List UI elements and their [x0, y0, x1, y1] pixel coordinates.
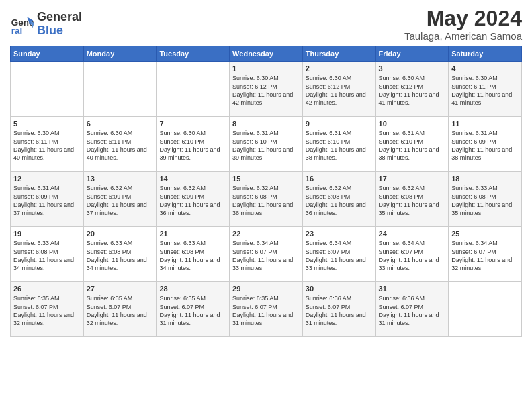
month-title: May 2024	[404, 7, 522, 30]
calendar-cell: 29Sunrise: 6:35 AMSunset: 6:07 PMDayligh…	[230, 282, 303, 337]
day-info: Sunrise: 6:32 AMSunset: 6:09 PMDaylight:…	[159, 184, 226, 217]
week-row-3: 12Sunrise: 6:31 AMSunset: 6:09 PMDayligh…	[11, 172, 522, 227]
calendar-cell: 4Sunrise: 6:30 AMSunset: 6:11 PMDaylight…	[449, 62, 522, 117]
day-info: Sunrise: 6:35 AMSunset: 6:07 PMDaylight:…	[159, 294, 226, 327]
calendar-cell: 15Sunrise: 6:32 AMSunset: 6:08 PMDayligh…	[230, 172, 303, 227]
day-info: Sunrise: 6:30 AMSunset: 6:10 PMDaylight:…	[159, 129, 226, 162]
location: Taulaga, American Samoa	[404, 30, 522, 42]
day-number: 30	[306, 284, 373, 293]
day-number: 9	[306, 119, 373, 128]
calendar-cell: 21Sunrise: 6:33 AMSunset: 6:08 PMDayligh…	[157, 227, 230, 282]
calendar-cell: 16Sunrise: 6:32 AMSunset: 6:08 PMDayligh…	[302, 172, 375, 227]
week-row-2: 5Sunrise: 6:30 AMSunset: 6:11 PMDaylight…	[11, 117, 522, 172]
calendar-cell: 12Sunrise: 6:31 AMSunset: 6:09 PMDayligh…	[11, 172, 84, 227]
day-number: 13	[87, 174, 154, 183]
calendar-cell	[449, 282, 522, 337]
day-number: 10	[379, 119, 446, 128]
calendar-cell: 26Sunrise: 6:35 AMSunset: 6:07 PMDayligh…	[11, 282, 84, 337]
weekday-header-wednesday: Wednesday	[230, 46, 303, 62]
day-info: Sunrise: 6:31 AMSunset: 6:09 PMDaylight:…	[451, 129, 519, 162]
calendar-cell: 8Sunrise: 6:31 AMSunset: 6:10 PMDaylight…	[230, 117, 303, 172]
calendar-cell: 3Sunrise: 6:30 AMSunset: 6:12 PMDaylight…	[375, 62, 449, 117]
calendar-cell	[157, 62, 230, 117]
calendar-table: SundayMondayTuesdayWednesdayThursdayFrid…	[10, 46, 522, 337]
day-number: 2	[306, 64, 373, 73]
weekday-header-sunday: Sunday	[11, 46, 84, 62]
calendar-cell: 28Sunrise: 6:35 AMSunset: 6:07 PMDayligh…	[157, 282, 230, 337]
day-number: 17	[379, 174, 446, 183]
calendar-cell: 9Sunrise: 6:31 AMSunset: 6:10 PMDaylight…	[302, 117, 375, 172]
day-info: Sunrise: 6:30 AMSunset: 6:11 PMDaylight:…	[451, 74, 519, 107]
day-info: Sunrise: 6:33 AMSunset: 6:08 PMDaylight:…	[87, 239, 154, 272]
day-info: Sunrise: 6:33 AMSunset: 6:08 PMDaylight:…	[451, 184, 519, 217]
weekday-header-friday: Friday	[375, 46, 449, 62]
day-info: Sunrise: 6:34 AMSunset: 6:07 PMDaylight:…	[306, 239, 373, 272]
day-number: 28	[159, 284, 226, 293]
day-number: 4	[451, 64, 519, 73]
calendar-cell: 20Sunrise: 6:33 AMSunset: 6:08 PMDayligh…	[83, 227, 157, 282]
day-info: Sunrise: 6:30 AMSunset: 6:12 PMDaylight:…	[306, 74, 373, 107]
calendar-cell: 19Sunrise: 6:33 AMSunset: 6:08 PMDayligh…	[11, 227, 84, 282]
day-info: Sunrise: 6:31 AMSunset: 6:10 PMDaylight:…	[232, 129, 300, 162]
week-row-4: 19Sunrise: 6:33 AMSunset: 6:08 PMDayligh…	[11, 227, 522, 282]
day-number: 26	[13, 284, 81, 293]
weekday-header-tuesday: Tuesday	[157, 46, 230, 62]
calendar-cell: 11Sunrise: 6:31 AMSunset: 6:09 PMDayligh…	[449, 117, 522, 172]
day-number: 16	[306, 174, 373, 183]
day-info: Sunrise: 6:35 AMSunset: 6:07 PMDaylight:…	[13, 294, 81, 327]
day-info: Sunrise: 6:34 AMSunset: 6:07 PMDaylight:…	[232, 239, 300, 272]
day-info: Sunrise: 6:30 AMSunset: 6:12 PMDaylight:…	[232, 74, 300, 107]
calendar-cell: 22Sunrise: 6:34 AMSunset: 6:07 PMDayligh…	[230, 227, 303, 282]
day-number: 21	[159, 229, 226, 238]
day-info: Sunrise: 6:31 AMSunset: 6:10 PMDaylight:…	[379, 129, 446, 162]
day-number: 22	[232, 229, 300, 238]
day-number: 3	[379, 64, 446, 73]
day-info: Sunrise: 6:33 AMSunset: 6:08 PMDaylight:…	[159, 239, 226, 272]
logo: Gene ral General Blue	[10, 11, 82, 38]
calendar-cell: 25Sunrise: 6:34 AMSunset: 6:07 PMDayligh…	[449, 227, 522, 282]
weekday-header-saturday: Saturday	[449, 46, 522, 62]
week-row-1: 1Sunrise: 6:30 AMSunset: 6:12 PMDaylight…	[11, 62, 522, 117]
calendar-cell	[11, 62, 84, 117]
svg-text:ral: ral	[11, 25, 23, 35]
day-info: Sunrise: 6:32 AMSunset: 6:09 PMDaylight:…	[87, 184, 154, 217]
day-number: 29	[232, 284, 300, 293]
day-number: 27	[87, 284, 154, 293]
day-info: Sunrise: 6:30 AMSunset: 6:11 PMDaylight:…	[13, 129, 81, 162]
day-info: Sunrise: 6:32 AMSunset: 6:08 PMDaylight:…	[379, 184, 446, 217]
day-info: Sunrise: 6:35 AMSunset: 6:07 PMDaylight:…	[232, 294, 300, 327]
day-number: 1	[232, 64, 300, 73]
calendar-cell: 6Sunrise: 6:30 AMSunset: 6:11 PMDaylight…	[83, 117, 157, 172]
calendar-cell: 2Sunrise: 6:30 AMSunset: 6:12 PMDaylight…	[302, 62, 375, 117]
day-info: Sunrise: 6:30 AMSunset: 6:11 PMDaylight:…	[87, 129, 154, 162]
day-number: 5	[13, 119, 81, 128]
day-number: 15	[232, 174, 300, 183]
day-info: Sunrise: 6:36 AMSunset: 6:07 PMDaylight:…	[379, 294, 446, 327]
day-info: Sunrise: 6:34 AMSunset: 6:07 PMDaylight:…	[451, 239, 519, 272]
day-number: 8	[232, 119, 300, 128]
weekday-header-thursday: Thursday	[302, 46, 375, 62]
day-number: 14	[159, 174, 226, 183]
weekday-header-row: SundayMondayTuesdayWednesdayThursdayFrid…	[11, 46, 522, 62]
logo-icon: Gene ral	[10, 12, 34, 36]
calendar-cell: 18Sunrise: 6:33 AMSunset: 6:08 PMDayligh…	[449, 172, 522, 227]
calendar-cell: 1Sunrise: 6:30 AMSunset: 6:12 PMDaylight…	[230, 62, 303, 117]
day-number: 6	[87, 119, 154, 128]
calendar-cell: 24Sunrise: 6:34 AMSunset: 6:07 PMDayligh…	[375, 227, 449, 282]
page-header: Gene ral General Blue May 2024 Taulaga, …	[10, 7, 522, 42]
calendar-cell: 27Sunrise: 6:35 AMSunset: 6:07 PMDayligh…	[83, 282, 157, 337]
day-info: Sunrise: 6:31 AMSunset: 6:09 PMDaylight:…	[13, 184, 81, 217]
calendar-cell: 31Sunrise: 6:36 AMSunset: 6:07 PMDayligh…	[375, 282, 449, 337]
day-number: 20	[87, 229, 154, 238]
day-info: Sunrise: 6:35 AMSunset: 6:07 PMDaylight:…	[87, 294, 154, 327]
day-info: Sunrise: 6:33 AMSunset: 6:08 PMDaylight:…	[13, 239, 81, 272]
calendar-cell: 30Sunrise: 6:36 AMSunset: 6:07 PMDayligh…	[302, 282, 375, 337]
day-number: 11	[451, 119, 519, 128]
logo-text: General Blue	[37, 11, 82, 38]
day-number: 24	[379, 229, 446, 238]
day-number: 31	[379, 284, 446, 293]
calendar-cell: 13Sunrise: 6:32 AMSunset: 6:09 PMDayligh…	[83, 172, 157, 227]
title-block: May 2024 Taulaga, American Samoa	[404, 7, 522, 42]
day-info: Sunrise: 6:34 AMSunset: 6:07 PMDaylight:…	[379, 239, 446, 272]
day-number: 19	[13, 229, 81, 238]
